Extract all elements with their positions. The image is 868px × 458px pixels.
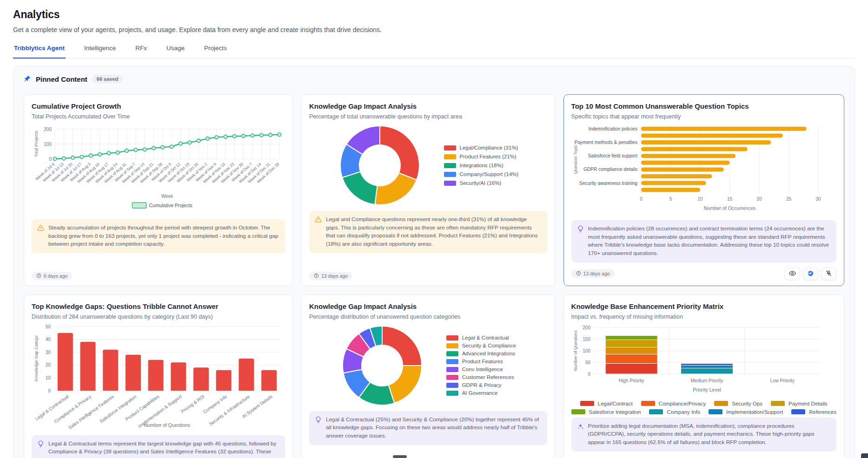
knowledge-gap-category-bar-chart: 01020304050Legal & ContractualCompliance… <box>32 323 285 432</box>
legend-item: Legal & Contractual <box>446 335 516 340</box>
card-subtitle: Distribution of 264 unanswerable questio… <box>32 314 285 320</box>
impact-area-donut-chart: Legal/Compliance (31%)Product Features (… <box>309 123 547 208</box>
pin-off-icon <box>825 270 832 277</box>
card-actions <box>785 267 836 280</box>
horizontal-scrollbar-thumb[interactable] <box>393 455 407 458</box>
svg-text:50: 50 <box>46 324 51 329</box>
scrollbar-corner <box>861 453 868 458</box>
pinned-cards-grid: Cumulative Project Growth Total Projects… <box>24 94 844 458</box>
tab-usage[interactable]: Usage <box>166 44 186 58</box>
card-knowledge-gap-impact-2[interactable]: Knowledge Gap Impact Analysis Percentage… <box>301 294 555 458</box>
saved-count-badge: 66 saved <box>92 75 123 83</box>
svg-text:0: 0 <box>588 371 590 376</box>
tab-rfx[interactable]: RFx <box>134 44 148 58</box>
legend-item: Customer References <box>446 374 516 380</box>
pinned-content-title: Pinned Content <box>36 75 87 83</box>
legend-item: Integrations (18%) <box>444 163 519 168</box>
card-footer: 13 days ago <box>309 267 547 280</box>
card-subtitle: Impact vs. frequency of missing informat… <box>571 314 836 320</box>
warning-icon <box>315 216 322 249</box>
legend-item: Product Features <box>446 359 516 364</box>
view-button[interactable] <box>785 267 800 280</box>
card-title: Top 10 Most Common Unanswerable Question… <box>571 102 836 110</box>
insight-text: Steady accumulation of projects througho… <box>48 224 279 249</box>
lightbulb-icon <box>37 440 44 458</box>
insight-box: Legal & Contractual (25%) and Security &… <box>309 411 547 445</box>
timestamp-badge: 13 days ago <box>571 269 615 278</box>
card-title: Knowledge Base Enhancement Priority Matr… <box>571 302 836 310</box>
svg-text:Cumulative Projects: Cumulative Projects <box>149 203 192 208</box>
tab-projects[interactable]: Projects <box>203 44 228 58</box>
svg-text:Security awareness training: Security awareness training <box>579 181 637 186</box>
analytics-page: Analytics Get a complete view of your ag… <box>0 0 868 458</box>
svg-text:Total Projects: Total Projects <box>33 131 39 157</box>
insight-box: Steady accumulation of projects througho… <box>32 219 285 253</box>
insight-text: Legal & Contractual terms represent the … <box>48 440 279 458</box>
svg-text:Priority Level: Priority Level <box>693 387 721 393</box>
svg-text:200: 200 <box>583 325 590 330</box>
timestamp-badge: 6 days ago <box>32 272 72 280</box>
tab-bar: Tribblytics Agent Intelligence RFx Usage… <box>13 44 855 59</box>
legend-item: Product Features (21%) <box>444 154 519 159</box>
legend-item: Salesforce Integration <box>571 409 641 415</box>
svg-text:100: 100 <box>583 348 590 353</box>
card-subtitle: Percentage distribution of unanswered qu… <box>309 314 547 320</box>
svg-text:Number of Questions: Number of Questions <box>144 422 190 428</box>
unpin-button[interactable] <box>821 267 836 280</box>
legend-item: Company Info <box>649 409 700 415</box>
legend-item: Security & Compliance <box>446 343 516 348</box>
insight-box: Prioritize adding legal documentation (M… <box>571 418 836 451</box>
sparkles-icon <box>577 423 584 447</box>
card-top-10-unanswerable-topics[interactable]: Top 10 Most Common Unanswerable Question… <box>563 94 844 286</box>
clock-icon <box>576 271 581 276</box>
svg-text:Number of Occurrences: Number of Occurrences <box>703 205 755 211</box>
card-knowledge-gap-impact-1[interactable]: Knowledge Gap Impact Analysis Percentage… <box>301 94 555 286</box>
svg-text:Security & Infrastructure: Security & Infrastructure <box>208 393 251 426</box>
card-footer: 13 days ago <box>571 262 836 280</box>
pinned-content-header: Pinned Content 66 saved <box>24 75 844 83</box>
card-top-knowledge-gaps[interactable]: Top Knowledge Gaps: Questions Tribble Ca… <box>24 294 293 458</box>
topic-occurrences-bar-chart: 051015202530Indemnification policiesPaym… <box>571 123 836 217</box>
tab-tribblytics-agent[interactable]: Tribblytics Agent <box>13 44 66 59</box>
legend-item: GDPR & Privacy <box>446 382 516 388</box>
insight-text: Prioritize adding legal documentation (M… <box>588 422 831 447</box>
card-subtitle: Specific topics that appear most frequen… <box>571 113 836 120</box>
legend-item: References <box>791 409 836 415</box>
svg-text:GDPR compliance details: GDPR compliance details <box>583 167 637 172</box>
svg-text:10: 10 <box>46 375 51 380</box>
lightbulb-icon <box>577 225 584 258</box>
page-subtitle: Get a complete view of your agents, proj… <box>13 26 855 33</box>
insight-text: Legal and Compliance questions represent… <box>326 216 542 249</box>
clock-icon <box>36 273 41 278</box>
svg-text:50: 50 <box>585 360 590 365</box>
pinned-content-panel: Pinned Content 66 saved Cumulative Proje… <box>13 66 855 458</box>
card-cumulative-project-growth[interactable]: Cumulative Project Growth Total Projects… <box>24 94 293 286</box>
insight-box: Legal & Contractual terms represent the … <box>32 435 285 458</box>
svg-text:Compliance & Privacy: Compliance & Privacy <box>53 393 92 424</box>
legend-item: Legal/Compliance (31%) <box>444 145 519 150</box>
svg-text:20: 20 <box>756 196 762 202</box>
svg-text:30: 30 <box>815 196 821 202</box>
svg-text:150: 150 <box>583 336 590 341</box>
warning-icon <box>37 224 44 249</box>
svg-text:Question Topic: Question Topic <box>573 144 578 174</box>
svg-text:0: 0 <box>48 388 51 393</box>
svg-text:10: 10 <box>697 196 703 202</box>
svg-text:Salesforce Integration: Salesforce Integration <box>99 393 138 424</box>
tab-intelligence[interactable]: Intelligence <box>83 44 117 58</box>
card-priority-matrix[interactable]: Knowledge Base Enhancement Priority Matr… <box>563 294 844 458</box>
card-title: Knowledge Gap Impact Analysis <box>309 102 547 110</box>
svg-text:Sales Intelligence Features: Sales Intelligence Features <box>67 393 115 430</box>
ai-agent-button[interactable] <box>803 267 818 280</box>
category-distribution-donut-chart: Legal & ContractualSecurity & Compliance… <box>309 323 547 408</box>
eye-icon <box>789 270 796 277</box>
svg-text:Medium Priority: Medium Priority <box>690 378 722 383</box>
card-footer: 6 days ago <box>32 267 285 280</box>
legend-item: Advanced Integrations <box>446 351 516 356</box>
svg-text:20: 20 <box>46 362 51 367</box>
card-subtitle: Total Projects Accumulated Over Time <box>32 113 285 120</box>
insight-box: Indemnification policies (28 occurrences… <box>571 220 836 262</box>
priority-matrix-stacked-bar-chart: 050100150200High PriorityMedium Priority… <box>571 323 836 415</box>
legend-item: Payment Details <box>771 401 828 406</box>
card-subtitle: Percentage of total unanswerable questio… <box>309 113 547 120</box>
